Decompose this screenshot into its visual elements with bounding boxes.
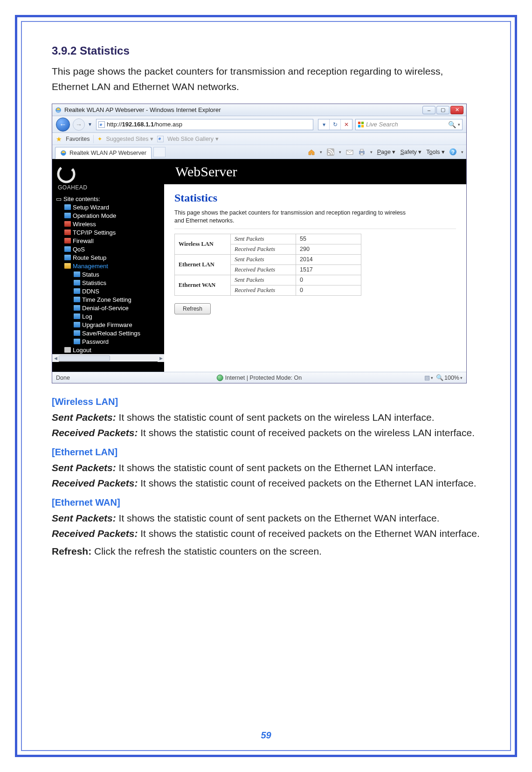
tree-route-setup[interactable]: Route Setup — [54, 253, 164, 262]
feeds-dropdown[interactable]: ▾ — [339, 150, 341, 154]
svg-point-7 — [328, 153, 330, 155]
text: It shows the statistic count of sent pac… — [116, 462, 436, 473]
window-maximize-button[interactable]: ▢ — [436, 106, 449, 114]
cell-label: Received Packets — [231, 285, 296, 295]
tree-ddns[interactable]: DDNS — [54, 287, 164, 295]
tree-password[interactable]: Password — [54, 337, 164, 346]
refresh-button[interactable]: ↻ — [330, 119, 341, 130]
stop-button[interactable]: ✕ — [341, 119, 352, 130]
back-button[interactable]: ← — [56, 118, 70, 132]
browser-viewport: GOAHEAD ▭ Site contents: Setup Wizard Op… — [52, 159, 466, 373]
print-dropdown[interactable]: ▾ — [370, 150, 373, 154]
new-tab-button[interactable] — [153, 147, 166, 157]
tree-statistics[interactable]: Statistics — [54, 278, 164, 287]
iface-elan: Ethernet LAN — [175, 254, 231, 275]
web-slice-gallery-link[interactable]: Web Slice Gallery ▾ — [167, 135, 219, 142]
zoom-control[interactable]: 🔍 100% ▾ — [436, 374, 463, 381]
text: It shows the statistic count of received… — [138, 478, 476, 488]
webserver-brand: WebServer — [175, 164, 237, 180]
window-minimize-button[interactable]: – — [422, 106, 435, 114]
svg-rect-10 — [360, 149, 363, 151]
tree-upgrade-firmware[interactable]: Upgrade Firmware — [54, 320, 164, 329]
page-icon — [74, 271, 80, 277]
tab-active[interactable]: Realtek WLAN AP Webserver — [55, 147, 152, 159]
search-provider-dropdown[interactable]: ▾ — [458, 122, 460, 127]
window-close-button[interactable]: ✕ — [450, 106, 463, 114]
cell-value: 290 — [296, 244, 361, 254]
help-icon[interactable]: ? — [449, 148, 456, 155]
tree-root[interactable]: ▭ Site contents: — [54, 195, 164, 203]
tree-item-label: Route Setup — [73, 254, 106, 261]
feeds-icon[interactable] — [327, 148, 334, 156]
tree-setup-wizard[interactable]: Setup Wizard — [54, 203, 164, 211]
nav-history-dropdown[interactable]: ▼ — [88, 122, 93, 127]
tree-operation-mode[interactable]: Operation Mode — [54, 211, 164, 220]
cell-label: Received Packets — [231, 244, 296, 254]
print-icon[interactable] — [358, 148, 366, 156]
cell-label: Sent Packets — [231, 275, 296, 285]
help-dropdown[interactable]: ▾ — [461, 150, 463, 154]
suggested-sites-link[interactable]: Suggested Sites ▾ — [106, 135, 153, 142]
tree-status[interactable]: Status — [54, 270, 164, 278]
addr-prefix: http:// — [107, 121, 122, 128]
label: Sent Packets: — [52, 513, 116, 523]
home-icon[interactable] — [308, 148, 315, 156]
tree-log[interactable]: Log — [54, 312, 164, 320]
status-bar: Done Internet | Protected Mode: On ▧▾ 🔍 … — [52, 372, 466, 383]
sidebar: GOAHEAD ▭ Site contents: Setup Wizard Op… — [52, 159, 164, 373]
tree-item-label: DDNS — [82, 288, 99, 295]
forward-button[interactable]: → — [73, 118, 85, 131]
web-slice-icon: e — [157, 136, 164, 142]
read-mail-icon[interactable] — [346, 148, 353, 156]
doc-wlan-recv: Received Packets: It shows the statistic… — [52, 425, 480, 441]
tree-tcpip[interactable]: TCP/IP Settings — [54, 228, 164, 236]
cell-label: Sent Packets — [231, 254, 296, 264]
tree-management[interactable]: Management — [54, 262, 164, 270]
favorites-label[interactable]: Favorites — [66, 136, 90, 142]
tree-logout[interactable]: Logout — [54, 346, 164, 354]
folder-icon — [64, 238, 71, 243]
screenshot-frame: Realtek WLAN AP Webserver - Windows Inte… — [52, 104, 467, 383]
home-dropdown[interactable]: ▾ — [320, 150, 322, 154]
nav-toolbar: ← → ▼ e http://192.168.1.1/home.asp ▾ ↻ … — [52, 116, 466, 133]
svg-rect-11 — [360, 153, 363, 155]
sidebar-horizontal-scrollbar[interactable]: ◀ ▶ — [52, 354, 164, 362]
cmd-page-menu[interactable]: Page ▾ — [377, 148, 396, 155]
tree-wireless[interactable]: Wireless — [54, 220, 164, 228]
cell-value: 0 — [296, 285, 361, 295]
status-unknown-dropdown[interactable]: ▧▾ — [424, 374, 433, 381]
addr-host: 192.168.1.1 — [122, 121, 154, 128]
favorites-star-icon[interactable]: ★ — [56, 135, 62, 143]
cmd-safety-menu[interactable]: Safety ▾ — [400, 148, 421, 155]
search-icon[interactable]: 🔍 — [448, 121, 456, 128]
address-dropdown-button[interactable]: ▾ — [318, 119, 330, 130]
table-row: Ethernet WAN Sent Packets 0 — [175, 275, 361, 285]
cmd-tools-menu[interactable]: Tools ▾ — [426, 148, 445, 155]
cell-label: Sent Packets — [231, 234, 296, 244]
tree-item-label: Upgrade Firmware — [82, 321, 132, 328]
scroll-right-icon[interactable]: ▶ — [158, 355, 164, 362]
search-box[interactable]: Live Search 🔍 ▾ — [355, 119, 463, 130]
doc-elan-recv: Received Packets: It shows the statistic… — [52, 476, 480, 491]
text: Click the refresh the statistic counters… — [91, 546, 322, 556]
tree-save-reload[interactable]: Save/Reload Settings — [54, 329, 164, 337]
scroll-left-icon[interactable]: ◀ — [52, 355, 59, 362]
doc-elan-sent: Sent Packets: It shows the statistic cou… — [52, 460, 480, 476]
tree-firewall[interactable]: Firewall — [54, 236, 164, 245]
scrollbar-thumb[interactable] — [59, 355, 110, 361]
iface-ewan: Ethernet WAN — [175, 275, 231, 295]
svg-rect-2 — [361, 121, 364, 124]
address-bar[interactable]: e http://192.168.1.1/home.asp — [96, 119, 313, 130]
tree-time-zone[interactable]: Time Zone Setting — [54, 295, 164, 304]
tree-qos[interactable]: QoS — [54, 245, 164, 253]
divider — [174, 229, 456, 229]
page-icon — [74, 339, 80, 344]
zoom-dropdown[interactable]: ▾ — [460, 376, 463, 380]
status-mode-text: Internet | Protected Mode: On — [225, 375, 302, 381]
tab-label: Realtek WLAN AP Webserver — [69, 150, 146, 156]
tree-item-label: Setup Wizard — [73, 204, 109, 211]
refresh-stats-button[interactable]: Refresh — [174, 303, 211, 314]
page-icon — [64, 246, 71, 252]
status-done: Done — [56, 375, 70, 381]
tree-dos[interactable]: Denial-of-Service — [54, 304, 164, 312]
